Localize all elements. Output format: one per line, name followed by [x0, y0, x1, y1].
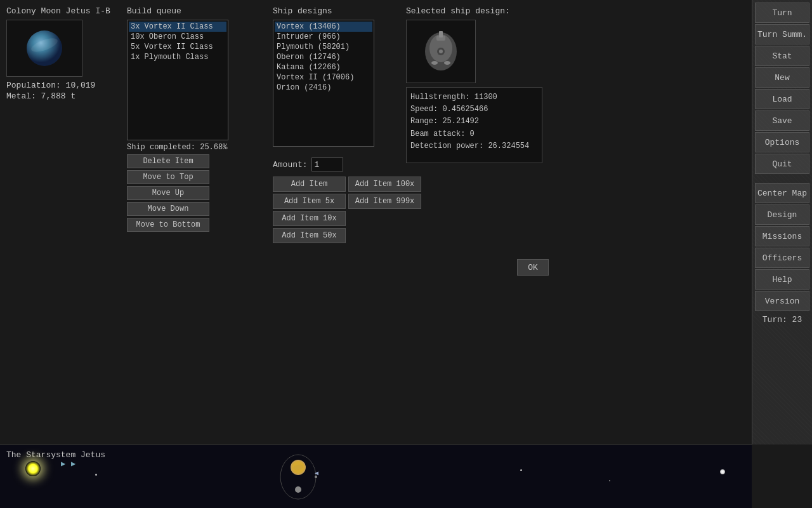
ship-design-item[interactable]: Vortex (13406) [275, 22, 372, 32]
add-item-button[interactable]: Add Item [273, 177, 346, 192]
svg-rect-5 [439, 31, 443, 37]
nav-arrow-left[interactable]: ▶ [61, 459, 70, 468]
planet-jetus: ◀ [279, 451, 317, 502]
build-queue-list[interactable]: 3x Vortex II Class10x Oberon Class5x Vor… [127, 20, 228, 140]
starmap-label: The Starsystem Jetus [6, 450, 105, 460]
build-queue-item[interactable]: 3x Vortex II Class [129, 22, 226, 32]
orbit-indicator: ◀ [315, 469, 318, 477]
svg-point-7 [444, 61, 450, 65]
ship-design-item[interactable]: Oberon (12746) [275, 52, 372, 62]
move-bottom-button[interactable]: Move to Bottom [127, 218, 209, 232]
ship-design-item[interactable]: Orion (2416) [275, 83, 372, 93]
amount-area: Amount: [273, 157, 343, 171]
build-queue-item[interactable]: 5x Vortex II Class [129, 42, 226, 52]
sidebar-btn-version[interactable]: Version [755, 291, 809, 311]
ship-designs-title: Ship designs [273, 6, 387, 16]
ship-designs-list[interactable]: Vortex (13406)Intruder (966)Plymouth (58… [273, 20, 374, 147]
sidebar-btn-save[interactable]: Save [755, 110, 809, 131]
starmap-area: The Starsystem Jetus ▶ ▶ ◀ [0, 444, 752, 508]
build-queue-section: Build queue 3x Vortex II Class10x Oberon… [127, 6, 241, 234]
star-dot-1 [95, 474, 97, 476]
sidebar: TurnTurn Summ.StatNewLoadSaveOptionsQuit… [752, 0, 812, 444]
star-left [25, 461, 41, 476]
ship-design-item[interactable]: Katana (12266) [275, 62, 372, 72]
amount-input[interactable] [311, 157, 343, 171]
sidebar-btn-turn[interactable]: Turn [755, 3, 809, 23]
stat-speed: Speed: 0.45625466 [410, 104, 538, 116]
selected-design-section: Selected ship design: Hullstrength: 1130… [406, 6, 736, 163]
ship-design-item[interactable]: Vortex II (17006) [275, 72, 372, 83]
nav-arrow-right[interactable]: ▶ [71, 459, 80, 468]
move-down-button[interactable]: Move Down [127, 202, 209, 216]
move-up-button[interactable]: Move Up [127, 186, 209, 200]
selected-design-title: Selected ship design: [406, 6, 736, 16]
sidebar-btn-center-map[interactable]: Center Map [755, 183, 809, 203]
amount-label: Amount: [273, 160, 308, 170]
sidebar-btn-missions[interactable]: Missions [755, 226, 809, 246]
star-dot-3 [609, 480, 610, 481]
build-queue-progress: Ship completed: 25.68% [127, 143, 241, 152]
sidebar-btn-new[interactable]: New [755, 67, 809, 88]
sidebar-btn-help[interactable]: Help [755, 269, 809, 290]
stat-beam-attack: Beam attack: 0 [410, 128, 538, 140]
colony-metal: Metal: 7,888 t [6, 91, 121, 101]
sidebar-btn-quit[interactable]: Quit [755, 154, 809, 174]
turn-label: Turn: 23 [763, 315, 802, 324]
ship-designs-section: Ship designs Vortex (13406)Intruder (966… [273, 6, 387, 147]
svg-point-6 [431, 61, 438, 65]
stat-hullstrength: Hullstrength: 11300 [410, 91, 538, 104]
add-item-100x-button[interactable]: Add Item 100x [348, 177, 421, 192]
stat-range: Range: 25.21492 [410, 116, 538, 128]
sidebar-btn-design[interactable]: Design [755, 204, 809, 225]
build-queue-item[interactable]: 10x Oberon Class [129, 32, 226, 42]
svg-point-14 [295, 486, 301, 493]
colony-title: Colony Moon Jetus I-B [6, 6, 121, 16]
delete-item-button[interactable]: Delete Item [127, 154, 209, 168]
sidebar-btn-officers[interactable]: Officers [755, 248, 809, 268]
add-item-10x-button[interactable]: Add Item 10x [273, 211, 346, 226]
add-item-5x-button[interactable]: Add Item 5x [273, 194, 346, 209]
colony-image [6, 20, 82, 77]
sidebar-btn-options[interactable]: Options [755, 132, 809, 152]
colony-population: Population: 10,019 [6, 81, 121, 90]
ship-design-item[interactable]: Plymouth (58201) [275, 42, 372, 52]
add-item-50x-button[interactable]: Add Item 50x [273, 228, 346, 243]
add-buttons-area: Add Item Add Item 100x Add Item 5x Add I… [273, 177, 421, 245]
ship-stats-box: Hullstrength: 11300 Speed: 0.45625466 Ra… [406, 87, 542, 163]
svg-point-9 [439, 50, 443, 53]
colony-section: Colony Moon Jetus I-B Population: 10,019… [6, 6, 121, 102]
ship-design-item[interactable]: Intruder (966) [275, 32, 372, 42]
sidebar-btn-turn-summ.[interactable]: Turn Summ. [755, 24, 809, 44]
ok-button[interactable]: OK [517, 259, 549, 276]
sidebar-btn-load[interactable]: Load [755, 89, 809, 109]
star-dot-2 [520, 469, 522, 471]
ship-image [406, 20, 476, 83]
add-item-999x-button[interactable]: Add Item 999x [348, 194, 421, 209]
build-queue-item[interactable]: 1x Plymouth Class [129, 52, 226, 62]
build-queue-title: Build queue [127, 6, 241, 16]
stat-detection: Detection power: 26.324554 [410, 140, 538, 152]
star-right [720, 469, 725, 474]
move-top-button[interactable]: Move to Top [127, 170, 209, 184]
sidebar-btn-stat[interactable]: Stat [755, 46, 809, 66]
